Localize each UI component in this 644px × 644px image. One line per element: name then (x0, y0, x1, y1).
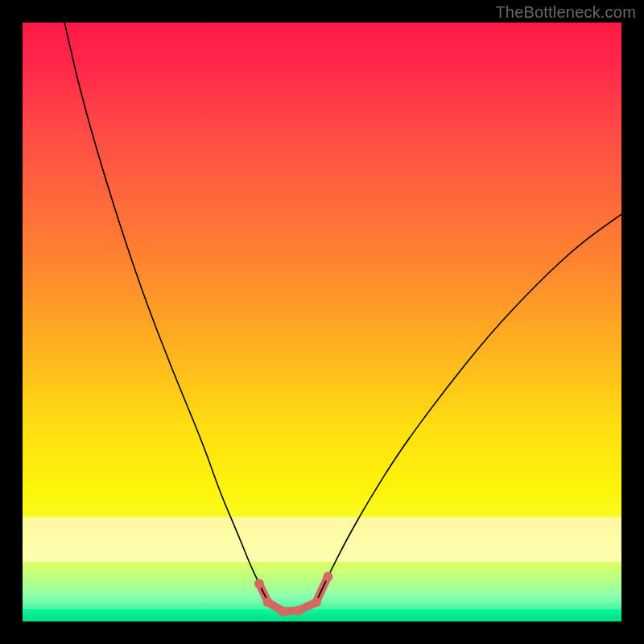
trough-marker-dot (279, 606, 288, 616)
trough-marker-dot (312, 597, 321, 607)
curve-right-branch (316, 214, 621, 602)
curve-left-branch (64, 23, 268, 602)
curve-svg (23, 23, 621, 621)
chart-frame: TheBottleneck.com (0, 0, 644, 644)
plot-area (23, 23, 621, 621)
trough-marker-dot (254, 579, 264, 588)
trough-marker-dot (323, 572, 332, 581)
trough-marker-dot (293, 606, 303, 616)
trough-marker-dot (263, 597, 273, 607)
watermark-text: TheBottleneck.com (495, 3, 636, 22)
